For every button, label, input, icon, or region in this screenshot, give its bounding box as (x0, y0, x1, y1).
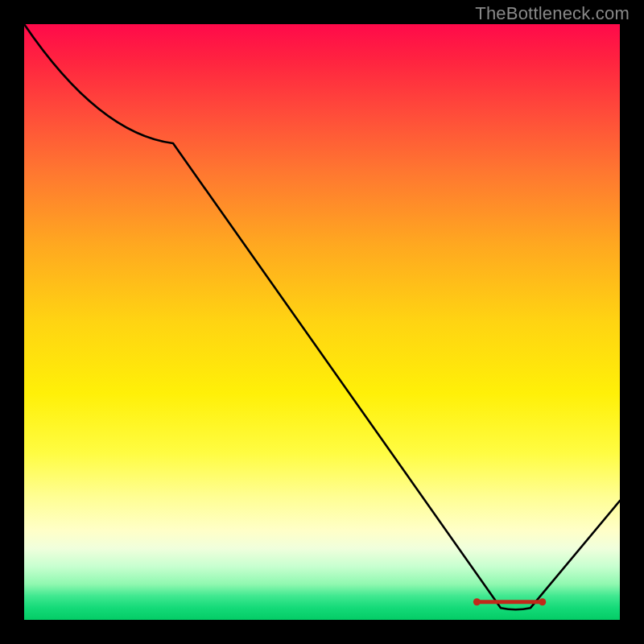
chart-canvas: TheBottleneck.com (0, 0, 644, 644)
marker-dot-left (473, 598, 481, 605)
plot-area (24, 24, 620, 620)
marker-dot-right (539, 598, 546, 605)
chart-line (24, 24, 620, 609)
attribution-text: TheBottleneck.com (475, 3, 630, 24)
chart-overlay (24, 24, 620, 620)
